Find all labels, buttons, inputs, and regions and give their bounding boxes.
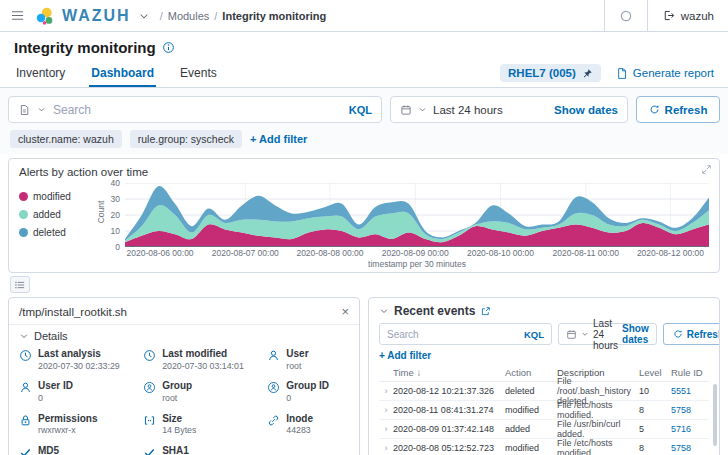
search-bar[interactable]: KQL (8, 96, 382, 123)
legend-label: added (33, 209, 61, 220)
query-section: KQL Last 24 hours Show dates Refresh c (0, 88, 728, 154)
events-search-bar[interactable]: KQL (379, 323, 552, 345)
legend-item-added[interactable]: added (19, 209, 103, 220)
event-time: 2020-08-12 10:21:37.326 (393, 386, 505, 396)
generate-report-button[interactable]: Generate report (615, 67, 714, 80)
events-refresh-button[interactable]: Refresh (663, 323, 720, 345)
pin-icon[interactable] (582, 68, 593, 79)
events-search-input[interactable] (387, 329, 519, 340)
wazuh-wordmark[interactable]: WAZUH (62, 7, 131, 25)
filter-chip-cluster[interactable]: cluster.name: wazuh (10, 130, 122, 148)
event-rule-id-link[interactable]: 5758 (671, 405, 709, 415)
chevron-down-icon (379, 306, 389, 316)
user-menu[interactable]: wazuh (647, 0, 728, 31)
column-time[interactable]: Time ↓ (393, 367, 505, 378)
detail-group: Grouproot (143, 380, 263, 404)
recent-events-header[interactable]: Recent events (379, 304, 709, 318)
date-picker[interactable]: Last 24 hours Show dates (390, 96, 628, 123)
breadcrumb-modules[interactable]: Modules (168, 10, 210, 22)
search-input[interactable] (53, 103, 342, 117)
chevron-down-icon[interactable] (138, 10, 150, 22)
detail-md5: MD5niwud923rd2f734r9h29d82d022 (19, 445, 139, 455)
title-row: Integrity monitoring (0, 32, 728, 60)
legend-swatch-added (19, 210, 28, 219)
saved-query-icon[interactable] (18, 104, 30, 116)
expand-chart-icon[interactable] (701, 164, 712, 175)
event-row[interactable]: › 2020-08-12 10:21:37.326 deleted File /… (379, 382, 709, 401)
close-icon[interactable]: × (341, 305, 349, 318)
event-time: 2020-08-08 05:12:52.723 (393, 443, 505, 453)
area-chart[interactable]: 2020-08-06 00:002020-08-07 00:002020-08-… (125, 183, 709, 269)
event-rule-id-link[interactable]: 5716 (671, 424, 709, 434)
filter-chip-rulegroup[interactable]: rule.group: syscheck (130, 130, 242, 148)
calendar-icon[interactable] (566, 329, 577, 340)
events-kql-switch[interactable]: KQL (524, 329, 544, 340)
legend-toggle-button[interactable] (10, 276, 30, 293)
time-range-value[interactable]: Last 24 hours (433, 104, 548, 116)
user-icon (19, 381, 32, 394)
row-expand-icon[interactable]: › (379, 405, 393, 415)
event-action: deleted (505, 386, 557, 396)
legend-item-deleted[interactable]: deleted (19, 227, 103, 238)
column-rule-id[interactable]: Rule ID (671, 367, 709, 378)
group-icon (267, 381, 280, 394)
column-level[interactable]: Level (639, 367, 671, 378)
event-rule-id-link[interactable]: 5758 (671, 443, 709, 453)
detail-inode: Inode44283 (267, 413, 349, 437)
event-time: 2020-08-09 01:37:42.148 (393, 424, 505, 434)
tabs-row: Inventory Dashboard Events RHEL7 (005) G… (0, 60, 728, 88)
chevron-down-icon[interactable] (581, 330, 589, 338)
details-accordion[interactable]: Details (9, 325, 359, 346)
x-axis-label: timestamp per 30 minutes (125, 258, 709, 269)
breadcrumb-current: Integrity monitoring (222, 10, 326, 22)
size-icon (143, 414, 156, 427)
event-description: File /etc/hosts modified. (557, 438, 639, 455)
tab-events[interactable]: Events (178, 66, 219, 87)
external-link-icon[interactable] (480, 306, 491, 317)
breadcrumb: / Modules / Integrity monitoring (160, 10, 327, 22)
event-row[interactable]: › 2020-08-08 05:12:52.723 modified File … (379, 439, 709, 455)
y-axis-ticks: 010203040 (103, 183, 125, 247)
app-logo[interactable] (35, 6, 55, 26)
event-row[interactable]: › 2020-08-09 01:37:42.148 added File /us… (379, 420, 709, 439)
show-dates-button[interactable]: Show dates (554, 104, 618, 116)
menu-icon[interactable] (10, 8, 25, 23)
kql-switch[interactable]: KQL (349, 104, 372, 116)
event-rule-id-link[interactable]: 5551 (671, 386, 709, 396)
chevron-down-icon[interactable] (37, 105, 46, 114)
chevron-down-icon[interactable] (418, 105, 427, 114)
filters-row: cluster.name: wazuh rule.group: syscheck… (8, 130, 720, 148)
clock-icon (143, 349, 156, 362)
top-navigation-bar: WAZUH / Modules / Integrity monitoring w… (0, 0, 728, 32)
user-name: wazuh (681, 10, 714, 22)
info-icon[interactable] (162, 41, 175, 54)
tab-dashboard[interactable]: Dashboard (89, 66, 156, 87)
agent-badge[interactable]: RHEL7 (005) (500, 64, 601, 82)
details-grid: Last analysis2020-07-30 02:33:29 Last mo… (9, 346, 359, 455)
events-add-filter[interactable]: + Add filter (379, 350, 709, 361)
health-indicator[interactable] (604, 0, 647, 31)
check-icon (19, 446, 32, 455)
row-expand-icon[interactable]: › (379, 386, 393, 396)
x-axis-ticks: 2020-08-06 00:002020-08-07 00:002020-08-… (125, 247, 709, 258)
column-action[interactable]: Action (505, 367, 557, 378)
row-expand-icon[interactable]: › (379, 443, 393, 453)
legend-item-modified[interactable]: modified (19, 191, 103, 202)
tab-inventory[interactable]: Inventory (14, 66, 67, 87)
events-date-picker[interactable]: Last 24 hours Show dates (558, 323, 657, 345)
breadcrumb-separator: / (214, 10, 217, 22)
add-filter-button[interactable]: + Add filter (250, 133, 307, 145)
event-row[interactable]: › 2020-08-11 08:41:31.274 modified File … (379, 401, 709, 420)
recent-events-panel: Recent events KQL (368, 297, 720, 455)
legend-swatch-deleted (19, 228, 28, 237)
events-show-dates[interactable]: Show dates (622, 323, 649, 345)
refresh-button[interactable]: Refresh (636, 96, 720, 123)
row-expand-icon[interactable]: › (379, 424, 393, 434)
event-description: File /usr/bin/curl added. (557, 419, 639, 439)
calendar-icon[interactable] (400, 104, 412, 116)
clock-icon (19, 349, 32, 362)
event-level: 10 (639, 386, 671, 396)
scrollbar[interactable] (713, 384, 717, 446)
chart-title: Alerts by action over time (19, 166, 709, 178)
events-time-range[interactable]: Last 24 hours (593, 318, 618, 351)
